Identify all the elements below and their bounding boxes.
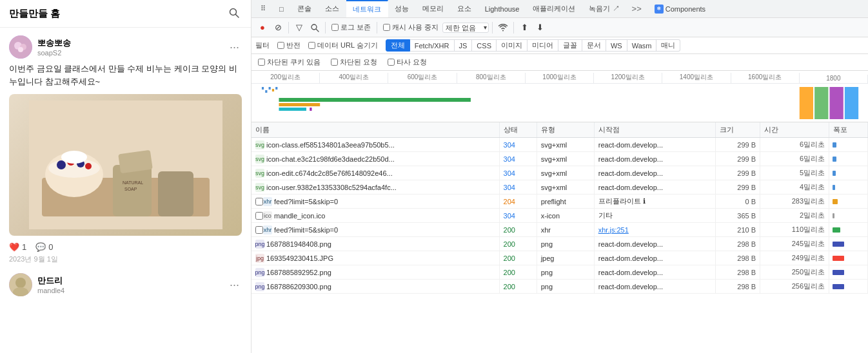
request-time: 6밀리초: [760, 152, 829, 166]
timeline-area: 200밀리초 400밀리초 600밀리초 800밀리초 1000밀리초 1200…: [252, 71, 868, 122]
cache-disable-checkbox[interactable]: 캐시 사용 중지: [380, 23, 441, 32]
request-type: svg+xml: [537, 180, 594, 195]
request-time: 5밀리초: [760, 166, 829, 180]
tick-800: 800밀리초: [457, 73, 526, 83]
network-toolbar: ● ⊘ ▽ 로그 보존 캐시 사용 중지 제한 없음 빠른 3G 느린 3G: [252, 18, 868, 37]
request-type: jpeg: [537, 251, 594, 265]
table-row[interactable]: icomandle_icon.ico304x-icon기타365 B2밀리초: [252, 209, 868, 223]
tab-network[interactable]: 네트워크: [346, 0, 388, 17]
request-size: 298 B: [715, 251, 760, 265]
post-image: NATURAL SOAP: [9, 94, 242, 236]
record-button[interactable]: ●: [255, 21, 270, 35]
import-button[interactable]: ⬆: [517, 21, 531, 35]
filter-ws-button[interactable]: WS: [606, 39, 627, 52]
author-name: 뽀송뽀송: [37, 37, 222, 49]
tick-1400: 1400밀리초: [662, 73, 731, 83]
wifi-button[interactable]: [496, 21, 510, 35]
tab-performance[interactable]: 성능: [388, 0, 416, 17]
table-row[interactable]: png1687881948408.png200pngreact-dom.deve…: [252, 237, 868, 251]
author-info: 뽀송뽀송 soapS2: [37, 37, 222, 57]
svg-point-14: [61, 151, 87, 164]
table-row[interactable]: xhrfeed?limit=5&skip=0204preflight프리플라이트…: [252, 195, 868, 209]
tab-box[interactable]: □: [273, 0, 291, 17]
more-button[interactable]: ···: [227, 41, 242, 54]
log-preserve-checkbox[interactable]: 로그 보존: [329, 23, 373, 32]
blocked-cookies-checkbox[interactable]: 차단된 쿠키 있음: [255, 57, 323, 67]
tab-elements[interactable]: 요소: [451, 0, 478, 17]
table-row[interactable]: xhrfeed?limit=5&skip=0200xhrxhr.js:25121…: [252, 223, 868, 237]
tab-grid[interactable]: ⠿: [254, 0, 273, 17]
table-row[interactable]: png1687885892952.png200pngreact-dom.deve…: [252, 265, 868, 280]
svg-rect-25: [262, 87, 264, 90]
status-badge: 304: [499, 152, 537, 166]
table-row[interactable]: png1687886209300.png200pngreact-dom.deve…: [252, 280, 868, 294]
blocked-requests-checkbox[interactable]: 차단된 요청: [328, 57, 380, 67]
svg-rect-33: [310, 108, 311, 111]
filter-all-button[interactable]: 전체: [386, 39, 410, 52]
table-row[interactable]: svgicon-class.ef585134801a3eea97b50b5...…: [252, 138, 868, 152]
tab-memory[interactable]: 메모리: [416, 0, 451, 17]
throttle-select[interactable]: 제한 없음 빠른 3G 느린 3G: [442, 23, 489, 33]
col-type: 유형: [537, 122, 594, 138]
tick-1000: 1000밀리초: [526, 73, 594, 83]
svg-rect-32: [279, 108, 306, 111]
svg-rect-26: [265, 90, 267, 93]
third-party-checkbox[interactable]: 타사 요청: [385, 57, 429, 67]
request-type: svg+xml: [537, 166, 594, 180]
page-title: 만들만들 홈: [9, 8, 60, 20]
blocked-requests-label: 차단된 요청: [340, 57, 377, 67]
tick-400: 400밀리초: [320, 73, 388, 83]
tab-recorder[interactable]: 녹음기 ↗: [582, 0, 626, 17]
throttle-select-wrap: 제한 없음 빠른 3G 느린 3G: [442, 23, 489, 33]
table-row[interactable]: svgicon-user.9382e13353308c5294acfa4fc..…: [252, 180, 868, 195]
post-feed: 뽀송뽀송 soapS2 ··· 이번주 금요일 클래스에서 만들 수제 비누는 …: [0, 28, 251, 308]
filter-wasm-button[interactable]: Wasm: [627, 39, 657, 52]
tab-components[interactable]: ⚛ Components: [649, 5, 711, 14]
search-icon[interactable]: [228, 6, 242, 21]
filter-media-button[interactable]: 미디어: [528, 39, 558, 52]
tab-lighthouse[interactable]: Lighthouse: [478, 0, 527, 17]
export-button[interactable]: ⬇: [533, 21, 547, 35]
second-more-button[interactable]: ···: [227, 278, 242, 292]
reverse-filter-checkbox[interactable]: 반전: [275, 41, 303, 50]
request-time: 250밀리초: [760, 265, 829, 280]
request-type: png: [537, 237, 594, 251]
col-initiator: 시작점: [594, 122, 715, 138]
tab-sources[interactable]: 소스: [319, 0, 346, 17]
request-name: feed?limit=5&skip=0: [274, 198, 338, 205]
tab-application[interactable]: 애플리케이션: [526, 0, 582, 17]
svg-rect-34: [800, 87, 813, 119]
request-time: 245밀리초: [760, 237, 829, 251]
request-name: icon-class.ef585134801a3eea97b50b5...: [266, 141, 395, 149]
filter-type-buttons: 전체 Fetch/XHR JS CSS 이미지 미디어 글꼴 문서 WS Was…: [386, 39, 681, 52]
tabs-more-button[interactable]: >>: [627, 4, 647, 14]
tick-1600: 1600밀리초: [731, 73, 800, 83]
blocked-cookies-label: 차단된 쿠키 있음: [267, 57, 321, 67]
tab-console[interactable]: 콘솔: [291, 0, 319, 17]
devtools-tab-bar: ⠿ □ 콘솔 소스 네트워크 성능 메모리 요소 Lighthouse 애플리케…: [252, 0, 868, 18]
request-time: 2밀리초: [760, 209, 829, 223]
filter-manifest-button[interactable]: 매니: [656, 39, 680, 52]
table-row[interactable]: svgicon-chat.e3c21c98fd6e3daedc22b50d...…: [252, 152, 868, 166]
filter-font-button[interactable]: 글꼴: [558, 39, 582, 52]
author-handle: soapS2: [37, 49, 222, 57]
second-author-handle: mandle4: [37, 287, 222, 294]
filter-document-button[interactable]: 문서: [582, 39, 606, 52]
cache-disable-label: 캐시 사용 중지: [392, 23, 439, 32]
filter-xhr-button[interactable]: Fetch/XHR: [410, 39, 455, 52]
table-row[interactable]: svgicon-edit.c674dc2c85e76f6148092e46...…: [252, 166, 868, 180]
svg-text:NATURAL: NATURAL: [123, 180, 143, 185]
filter-image-button[interactable]: 이미지: [497, 39, 528, 52]
table-row[interactable]: jpg1693549230415.JPG200jpegreact-dom.dev…: [252, 251, 868, 265]
filter-css-button[interactable]: CSS: [472, 39, 497, 52]
svg-rect-28: [272, 89, 274, 91]
filter-js-button[interactable]: JS: [455, 39, 473, 52]
components-label: Components: [666, 5, 705, 13]
request-time: 4밀리초: [760, 180, 829, 195]
filter-button[interactable]: ▽: [292, 21, 306, 35]
hide-data-url-checkbox[interactable]: 데이터 URL 숨기기: [306, 41, 380, 50]
avatar: [9, 35, 32, 59]
clear-button[interactable]: ⊘: [271, 21, 285, 35]
search-button[interactable]: [308, 21, 322, 35]
status-badge: 204: [499, 195, 537, 209]
